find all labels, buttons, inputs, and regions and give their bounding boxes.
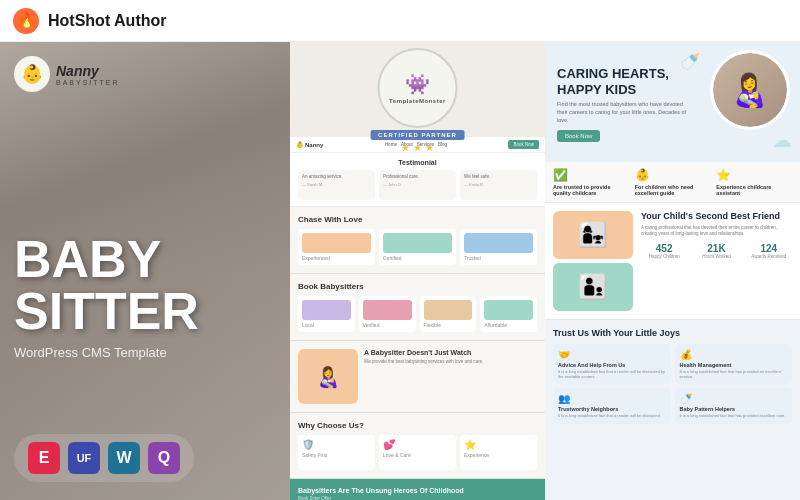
feature-3: ⭐ Experience childcare assistant [716, 168, 792, 196]
book-title: Book Babysitters [298, 282, 537, 291]
tm-certified-ribbon: CERTIFIED PARTNER [370, 130, 465, 140]
trust-grid: 🤝 Advice And Help From Us It is a long e… [553, 344, 792, 424]
tm-label: TemplateMonster [389, 98, 446, 104]
child-section: 👩‍👧 👨‍👦 Your Child's Second Best Friend … [545, 203, 800, 320]
doesnt-watch-text: A Babysitter Doesn't Just Watch We provi… [364, 349, 537, 365]
testimonial-block: Testimonial An amazing service. — Sarah … [290, 153, 545, 207]
trust-card-1: 🤝 Advice And Help From Us It is a long e… [553, 344, 671, 384]
testimonial-cards: An amazing service. — Sarah M. Professio… [298, 170, 537, 200]
why-card-1: 🛡️ Safety First [298, 435, 375, 470]
why-choose-title: Why Choose Us? [298, 421, 537, 430]
nav-book-btn[interactable]: Book Now [508, 140, 539, 149]
book-card-1: Local [298, 296, 355, 332]
main-content: 👶 Nanny BABYSITTER BABY SITTER WordPress… [0, 42, 800, 500]
trust-card-3: 👥 Trustworthy Neighbors It is a long est… [553, 388, 671, 423]
right-scroll: 🍼 ☁ 👩‍🍼 CARING HEARTS, HAPPY KIDS Find t… [545, 42, 800, 432]
why-choose-block: Why Choose Us? 🛡️ Safety First 💕 Love & … [290, 413, 545, 479]
testimonial-card-3: We feel safe. — Emily R. [460, 170, 537, 200]
hero-title: BABY SITTER [14, 233, 199, 337]
child-photos: 👩‍👧 👨‍👦 [553, 211, 633, 311]
center-inner: 👶 Nanny Home About Services Blog Book No… [290, 137, 545, 500]
book-card-3: Flexible [420, 296, 477, 332]
right-hero-btn[interactable]: Book Now [557, 130, 600, 142]
right-hero-photo-inner: 👩‍🍼 [713, 53, 787, 127]
hotshot-logo-icon: 🔥 [12, 7, 40, 35]
choose-card-3: Trusted [460, 229, 537, 265]
stat-2: 21K Hours Worked [693, 243, 739, 259]
child-title: Your Child's Second Best Friend [641, 211, 792, 222]
stats-inline: 452 Happy Children 21K Hours Worked 124 … [641, 243, 792, 259]
right-hero-title: CARING HEARTS, HAPPY KIDS [557, 66, 687, 97]
right-panel: 🍼 ☁ 👩‍🍼 CARING HEARTS, HAPPY KIDS Find t… [545, 42, 800, 500]
right-hero-photo: 👩‍🍼 [710, 50, 790, 130]
testimonial-title: Testimonial [298, 159, 537, 166]
trust-card-2: 💰 Health Management It is a long establi… [675, 344, 793, 384]
doesnt-watch-block: 👩‍🍼 A Babysitter Doesn't Just Watch We p… [290, 341, 545, 413]
nav-brand: 👶 Nanny [296, 141, 323, 148]
stat-1: 452 Happy Children [641, 243, 687, 259]
why-card-3: ⭐ Experience [460, 435, 537, 470]
child-photo-2: 👨‍👦 [553, 263, 633, 311]
child-photo-1: 👩‍👧 [553, 211, 633, 259]
header-bar: 🔥 HotShot Author [0, 0, 800, 42]
feature-1: ✅ Are trusted to provide quality childca… [553, 168, 629, 196]
center-panel: 👾 TemplateMonster CERTIFIED PARTNER ★ ★ … [290, 42, 545, 500]
brand-name: Nanny [56, 63, 120, 79]
testimonial-card-2: Professional care. — John D. [379, 170, 456, 200]
book-items: Local Verified Flexible Affordable [298, 296, 537, 332]
brand-text-area: Nanny BABYSITTER [56, 63, 120, 86]
stat-3: 124 Awards Received [746, 243, 792, 259]
book-card-4: Affordable [480, 296, 537, 332]
deco-bottle: 🍼 [680, 52, 700, 71]
tm-monster-icon: 👾 [405, 72, 430, 96]
hero-text-area: BABY SITTER WordPress CMS Template [14, 233, 199, 360]
svg-text:🔥: 🔥 [18, 12, 36, 29]
testimonial-card-1: An amazing service. — Sarah M. [298, 170, 375, 200]
trust-title: Trust Us With Your Little Joys [553, 328, 792, 338]
choose-items: Experienced Certified Trusted [298, 229, 537, 265]
quform-icon: Q [148, 442, 180, 474]
hero-line1: BABY [14, 233, 199, 285]
left-panel: 👶 Nanny BABYSITTER BABY SITTER WordPress… [0, 42, 290, 500]
brand-subtitle: BABYSITTER [56, 79, 120, 86]
brand-logo-area: 👶 Nanny BABYSITTER [14, 56, 120, 92]
book-block: Book Babysitters Local Verified Flexible [290, 274, 545, 341]
features-row: ✅ Are trusted to provide quality childca… [545, 162, 800, 203]
choose-card-1: Experienced [298, 229, 375, 265]
heroes-text: Babysitters Are The Unsung Heroes Of Chi… [298, 487, 537, 500]
template-monster-badge: 👾 TemplateMonster CERTIFIED PARTNER ★ ★ … [370, 48, 465, 153]
choose-title: Chase With Love [298, 215, 537, 224]
tm-stars: ★ ★ ★ [401, 142, 434, 153]
header-title: HotShot Author [48, 12, 166, 30]
hero-subtitle: WordPress CMS Template [14, 345, 199, 360]
right-hero-desc: Find the most trusted babysitters who ha… [557, 101, 687, 124]
choose-block: Chase With Love Experienced Certified Tr… [290, 207, 545, 274]
trust-card-4: 🍼 Baby Pattern Helpers It is a long esta… [675, 388, 793, 423]
why-card-2: 💕 Love & Care [379, 435, 456, 470]
tm-badge-inner: 👾 TemplateMonster [377, 48, 457, 128]
hero-line2: SITTER [14, 285, 199, 337]
uf-icon: UF [68, 442, 100, 474]
child-text: Your Child's Second Best Friend A caring… [641, 211, 792, 259]
child-desc: A caring professional that has devoted t… [641, 225, 792, 238]
doesnt-watch-image: 👩‍🍼 [298, 349, 358, 404]
book-card-2: Verified [359, 296, 416, 332]
brand-icon: 👶 [14, 56, 50, 92]
wordpress-icon: W [108, 442, 140, 474]
right-hero: 🍼 ☁ 👩‍🍼 CARING HEARTS, HAPPY KIDS Find t… [545, 42, 800, 162]
heroes-block: Babysitters Are The Unsung Heroes Of Chi… [290, 479, 545, 500]
trust-section: Trust Us With Your Little Joys 🤝 Advice … [545, 320, 800, 432]
feature-2: 👶 For children who need excellent guide [635, 168, 711, 196]
elementor-icon: E [28, 442, 60, 474]
deco-cloud: ☁ [772, 128, 792, 152]
choose-card-2: Certified [379, 229, 456, 265]
tech-icons-bar: E UF W Q [14, 434, 194, 482]
